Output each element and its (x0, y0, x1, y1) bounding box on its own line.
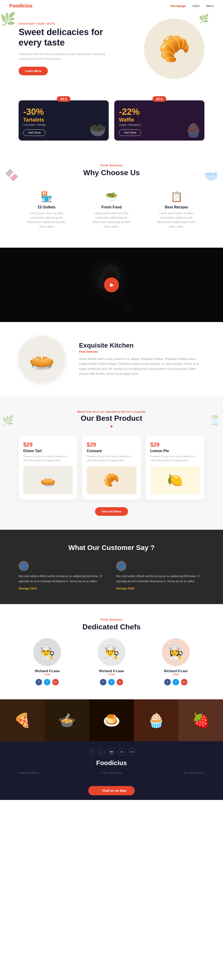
view-all-button[interactable]: View All Menu (95, 507, 128, 516)
chef-role-3: Chef (147, 673, 204, 676)
chefs-section: Food Services Dedicated Chefs 👨‍🍳 Richar… (0, 604, 223, 699)
why-card-recipes: 📋 Best Recipes Lorem ipsum dolor sit ame… (149, 186, 204, 234)
footer-social-fb[interactable]: f (88, 748, 95, 756)
footer-socials: f t 📷 P G+ (19, 748, 204, 756)
chef-cards: 👨‍🍳 Richard F.Lasa Chef f t G+ 👨‍🍳 Richa… (19, 638, 204, 686)
promo-visit-store-1[interactable]: Visit Store (23, 129, 46, 136)
find-map-section: 📍 Find us on Map (0, 781, 223, 800)
find-map-label: Find us on Map (102, 789, 126, 792)
promo-percent-1: -30% (23, 107, 104, 117)
hero-title: Sweet delicacies for every taste (19, 27, 112, 48)
promo-price-badge-2: $5.6 (152, 96, 166, 102)
why-title: Why Choose Us (19, 169, 204, 177)
why-section: 🍫 🥣 Food Services Why Choose Us 🏪 15 Out… (0, 150, 223, 248)
testimonial-text-1: Nec sed nullam offeret worthy turmas ac … (19, 574, 107, 584)
testimonials-title: What Our Customer Say ? (19, 544, 204, 552)
footer-social-ig[interactable]: 📷 (108, 748, 115, 756)
why-card-title-outlets: 15 Outlets (23, 205, 70, 209)
chef-socials-3: f t G+ (147, 679, 204, 686)
exquisite-content: Exquisite Kitchen Food Services Donec bl… (79, 342, 204, 377)
why-card-fresh: 🥗 Fresh Food Lorem ipsum dolor sit amet,… (84, 186, 139, 234)
hero-deco-topleft: 🌿 (0, 12, 16, 27)
footer-bottom: Custom Foodicius © More at Binding Top +… (19, 772, 204, 774)
why-card-title-recipes: Best Recipes (153, 205, 200, 209)
chef-role-1: Chef (19, 673, 76, 676)
product-name-3: Lemon Pie (150, 449, 200, 453)
hero-desc: Praesent id odio duis rhoncus aliquam at… (19, 52, 112, 61)
promo-section: $4.2 -30% Tartalets Cucumber • Tomato Vi… (0, 93, 223, 150)
testimonials-section: What Our Customer Say ? 👤 Nec sed nullam… (0, 530, 223, 604)
product-price-1: $29 (23, 441, 73, 448)
chef-card-1: 👨‍🍳 Richard F.Lasa Chef f t G+ (19, 638, 76, 686)
exquisite-title: Exquisite Kitchen (79, 342, 204, 349)
footer-social-gp[interactable]: G+ (128, 748, 135, 756)
why-card-desc-recipes: Lorem ipsum dolor sit amet, consectetur … (153, 211, 200, 229)
why-section-label: Food Services (19, 164, 204, 167)
footer-social-tw[interactable]: t (97, 748, 105, 756)
why-icon-outlets: 🏪 (23, 191, 70, 202)
testimonial-name-2: George Clint (116, 587, 204, 590)
hero-discover-label: Discover Your Taste (19, 22, 112, 25)
navbar: Foodicius Homepage Color Menu (0, 0, 223, 12)
product-card-2: $29 Croisant Praesent id odio duis lorem… (82, 436, 141, 500)
testimonials-grid: 👤 Nec sed nullam offeret worthy turmas a… (19, 561, 204, 590)
testimonial-avatar-2: 👤 (116, 561, 126, 571)
footer-social-pi[interactable]: P (118, 748, 126, 756)
products-section: 🌿 🫙 Watch how all of our Ingredients Fly… (0, 396, 223, 530)
chef-tw-1[interactable]: t (44, 679, 50, 686)
chef-gp-1[interactable]: G+ (52, 679, 59, 686)
products-deco-left: 🌿 (2, 415, 14, 426)
chef-card-2: 👨‍🍳 Richard F.Lasa Chef f t G+ (83, 638, 140, 686)
footer-bottom-right: Top +111 1234 5X (183, 772, 204, 774)
promo-visit-store-2[interactable]: Visit Store (119, 129, 141, 136)
chef-socials-1: f t G+ (19, 679, 76, 686)
chef-fb-1[interactable]: f (35, 679, 42, 686)
footer-logo: Foodicius (19, 759, 204, 767)
chef-name-2: Richard F.Lasa (83, 669, 140, 673)
why-card-title-fresh: Fresh Food (88, 205, 135, 209)
product-cards: $29 Onion Tart Praesent id odio duis lor… (19, 436, 204, 500)
find-map-button[interactable]: 📍 Find us on Map (88, 786, 135, 795)
hero-deco-topright: 🌿 (199, 14, 209, 24)
testimonial-2: 👤 Nec sed nullam offeret worthy turmas a… (116, 561, 204, 590)
gallery-section: 🍕 🍲 🍮 🧁 🍓 (0, 699, 223, 741)
products-sep-dot: ● (19, 423, 204, 429)
chef-fb-2[interactable]: f (100, 679, 107, 686)
why-cards: 🏪 15 Outlets Lorem ipsum dolor sit amet,… (19, 186, 204, 234)
gallery-item-4: 🧁 (134, 699, 178, 741)
nav-color[interactable]: Color (192, 4, 199, 8)
chef-tw-3[interactable]: t (173, 679, 179, 686)
nav-links: Homepage Color Menu (170, 4, 214, 8)
testimonial-name-1: George Clint (19, 587, 107, 590)
promo-card-2-wrap: $5.6 -22% Waffle Grape • Strawberry Visi… (114, 95, 204, 140)
why-deco-left: 🍫 (5, 169, 19, 182)
footer: f t 📷 P G+ Foodicius Custom Foodicius © … (0, 741, 223, 781)
promo-card-1-wrap: $4.2 -30% Tartalets Cucumber • Tomato Vi… (19, 95, 109, 140)
chefs-label: Food Services (19, 618, 204, 621)
gallery-item-3: 🍮 (89, 699, 134, 741)
play-button[interactable]: ▶ (104, 277, 119, 292)
hero-learn-more-button[interactable]: Learn More (19, 67, 48, 75)
logo: Foodicius (9, 3, 32, 9)
testimonial-text-2: Nec sed nullam offeret worthy turmas ac … (116, 574, 204, 584)
products-deco-right: 🫙 (209, 415, 221, 426)
chef-gp-2[interactable]: G+ (116, 679, 123, 686)
nav-homepage[interactable]: Homepage (170, 4, 186, 8)
chef-tw-2[interactable]: t (108, 679, 115, 686)
footer-bottom-center: © More at Binding (101, 772, 121, 774)
hero-left: Discover Your Taste Sweet delicacies for… (19, 22, 112, 75)
view-all-wrap: View All Menu (19, 507, 204, 516)
testimonial-1: 👤 Nec sed nullam offeret worthy turmas a… (19, 561, 107, 590)
promo-card-2: -22% Waffle Grape • Strawberry Visit Sto… (114, 100, 204, 140)
chef-gp-3[interactable]: G+ (181, 679, 188, 686)
hero-food-image: 🥐 (144, 19, 204, 79)
nav-menu[interactable]: Menu (206, 4, 214, 8)
products-title: Our Best Product (19, 414, 204, 423)
product-card-3: $29 Lemon Pie Praesent id odio duis lore… (146, 436, 204, 500)
chef-img-1: 👨‍🍳 (33, 638, 61, 666)
chef-fb-3[interactable]: f (164, 679, 171, 686)
chef-role-2: Chef (83, 673, 140, 676)
product-price-3: $29 (150, 441, 200, 448)
gallery-item-5: 🍓 (178, 699, 223, 741)
hero-right: 🌿 🥐 (144, 19, 204, 79)
